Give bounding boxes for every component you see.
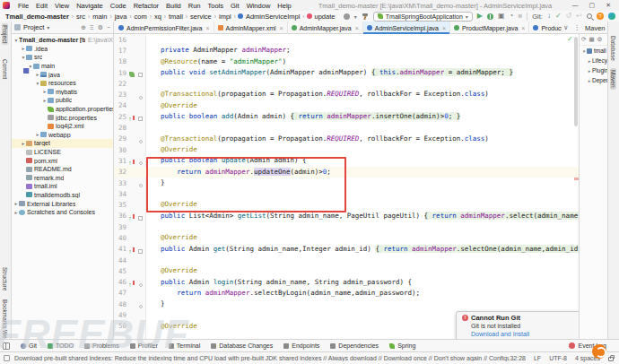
tabs-dropdown-icon[interactable]: ∨ — [563, 23, 574, 31]
status-message[interactable]: Download pre-built shared indexes: Reduc… — [14, 355, 510, 361]
menu-navigate[interactable]: Navigate — [73, 2, 107, 10]
profiler-button[interactable]: ◔ — [510, 13, 514, 20]
tree-item-Tmall_demo-master [tmall][interactable]: ▾Tmall_demo-master [tmall]E:\java\X — [12, 36, 113, 45]
notification-download-link[interactable]: Download and Install — [471, 331, 579, 337]
stripe-commit[interactable]: Commit — [2, 57, 8, 81]
stripe-bookmarks[interactable]: Bookmarks — [2, 298, 8, 331]
menu-file[interactable]: File — [14, 2, 32, 10]
tab-AdminMapper.java[interactable]: AdminMapper.java× — [288, 22, 363, 34]
breadcrumb-item[interactable]: com — [133, 13, 149, 21]
maven-node-plugins[interactable]: ▸Plugins — [580, 65, 607, 75]
breadcrumb-item[interactable]: main — [91, 13, 109, 21]
tree-item-External Libraries[interactable]: ▸External Libraries — [12, 199, 113, 208]
menu-refactor[interactable]: Refactor — [130, 2, 162, 10]
toolwindow-terminal[interactable]: Terminal — [163, 340, 205, 351]
project-panel-header[interactable]: Project ▾ ⊕ Ξ ⚙ − — [12, 22, 114, 33]
file-encoding[interactable]: UTF-8 — [549, 355, 567, 361]
toolwindow-profiler[interactable]: Profiler — [125, 340, 163, 351]
git-commit-button[interactable]: ✓ — [555, 13, 562, 20]
more-options-icon[interactable]: ⋮ — [574, 23, 587, 31]
rollback-icon[interactable]: ↩ — [576, 13, 582, 20]
tab-AdminMapper.xml[interactable]: AdminMapper.xml× — [214, 22, 288, 34]
tree-item-LICENSE[interactable]: LICENSE — [12, 148, 113, 157]
stripe-maven[interactable]: Maven — [610, 68, 616, 90]
tree-item-pom.xml[interactable]: pom.xml — [12, 156, 113, 165]
tab-AdminPermissionFilter.java[interactable]: AdminPermissionFilter.java× — [115, 22, 214, 34]
breadcrumb-item[interactable]: update — [313, 13, 337, 21]
menu-tools[interactable]: Tools — [205, 2, 228, 10]
event-log-button[interactable]: Event Log — [569, 342, 619, 349]
lock-icon[interactable] — [608, 357, 614, 361]
breadcrumb-item[interactable]: xq — [153, 13, 163, 21]
breadcrumb-item[interactable]: java — [113, 13, 129, 21]
line-ending[interactable]: LF — [534, 355, 541, 361]
breadcrumb-item[interactable]: Tmall_demo-master — [4, 13, 71, 21]
maven-node-lifecycle[interactable]: ▸Lifecycle — [580, 56, 607, 65]
editor-scrollbar[interactable] — [574, 37, 578, 126]
maven-node-dependencies[interactable]: ▸Dependencies — [580, 75, 607, 85]
minimize-button[interactable]: — — [572, 2, 579, 9]
close-button[interactable]: ✕ — [606, 2, 611, 9]
tree-item-.idea[interactable]: ▸.idea — [12, 45, 113, 54]
menu-edit[interactable]: Edit — [32, 2, 51, 10]
menu-code[interactable]: Code — [107, 2, 130, 10]
maven-settings-icon[interactable]: ⚙ — [597, 36, 603, 43]
menu-view[interactable]: View — [51, 2, 73, 10]
breadcrumb-item[interactable]: AdminServiceImpl — [244, 13, 301, 21]
gradle-ball-icon[interactable] — [608, 13, 615, 20]
tool-windows-widget-icon[interactable] — [3, 342, 10, 350]
close-tab-icon[interactable]: × — [280, 25, 283, 31]
tab-AdminServiceImpl.java[interactable]: AdminServiceImpl.java× — [363, 22, 450, 34]
caret-position[interactable]: 32:28 — [510, 355, 526, 361]
maven-run-icon[interactable]: ▦ — [588, 36, 594, 43]
tab-ProductMapper.java[interactable]: ProductMapper.java× — [450, 22, 529, 34]
status-widget-icon[interactable] — [4, 355, 10, 361]
tree-item-jdbc.properties[interactable]: jdbc.properties — [12, 113, 113, 122]
toolwindow-dependencies[interactable]: Dependencies — [325, 340, 384, 351]
maven-root-tmall[interactable]: ▾tmall — [580, 46, 607, 56]
toolwindow-git[interactable]: Git — [15, 340, 42, 351]
debug-button[interactable] — [487, 13, 493, 20]
search-icon[interactable] — [587, 13, 592, 19]
tab-ProductServiceImpl.jav..[interactable]: ProductServiceImpl.jav..× — [529, 22, 562, 34]
breadcrumb-item[interactable]: impl — [217, 13, 233, 21]
git-update-button[interactable]: ↓ — [547, 13, 551, 20]
breadcrumb-item[interactable]: service — [188, 13, 214, 21]
tree-item-log4j2.xml[interactable]: log4j2.xml — [12, 122, 113, 131]
toolwindow-todo[interactable]: TODO — [42, 340, 79, 351]
build-hammer-icon[interactable] — [362, 13, 369, 20]
close-tab-icon[interactable]: × — [521, 25, 525, 31]
tree-item-application.properties[interactable]: application.properties — [12, 105, 113, 114]
locate-file-icon[interactable]: ⊕ — [81, 24, 86, 31]
tree-item-webapp[interactable]: ▸webapp — [12, 131, 113, 140]
history-icon[interactable]: ↺ — [566, 13, 572, 20]
stripe-project[interactable]: Project — [2, 23, 8, 45]
coverage-button[interactable]: ▣ — [498, 13, 505, 20]
inspections-ok-icon[interactable]: ✓ — [567, 35, 573, 43]
toolwindow-problems[interactable]: Problems — [79, 340, 125, 351]
settings-gear-icon[interactable]: ⚙ — [98, 24, 103, 31]
close-tab-icon[interactable]: × — [355, 25, 359, 31]
menu-window[interactable]: Window — [243, 2, 275, 10]
stripe-database[interactable]: Database — [610, 34, 616, 63]
menu-git[interactable]: Git — [227, 2, 243, 10]
editor[interactable]: 1617 private AdminMapper adminMapper;18 … — [114, 34, 579, 339]
run-button[interactable]: ▶ — [477, 13, 483, 20]
close-tab-icon[interactable]: × — [442, 25, 446, 31]
tree-item-src[interactable]: ▾src — [12, 53, 113, 62]
tree-item-resources[interactable]: ▾resources — [12, 79, 113, 88]
menu-help[interactable]: Help — [274, 2, 294, 10]
tree-item-target[interactable]: ▸target — [12, 139, 113, 148]
tree-item-Scratches and Consoles[interactable]: ▸Scratches and Consoles — [12, 208, 113, 217]
stripe-structure[interactable]: Structure — [2, 265, 8, 292]
run-configuration-select[interactable]: TmallSpringBootApplication ▾ — [373, 12, 473, 22]
menu-run[interactable]: Run — [185, 2, 205, 10]
indent-size[interactable]: 4 spaces — [575, 355, 600, 361]
maven-refresh-icon[interactable]: ⟳ — [581, 36, 586, 43]
breadcrumb-item[interactable]: tmall — [167, 13, 185, 21]
collapse-all-icon[interactable]: Ξ — [90, 24, 94, 31]
updates-badge-icon[interactable]: ? — [597, 13, 604, 20]
tree-item-README.md[interactable]: README.md — [12, 165, 113, 174]
tree-item-public[interactable]: ▸public — [12, 96, 113, 105]
tree-item-tmall.iml[interactable]: tmall.iml — [12, 182, 113, 191]
